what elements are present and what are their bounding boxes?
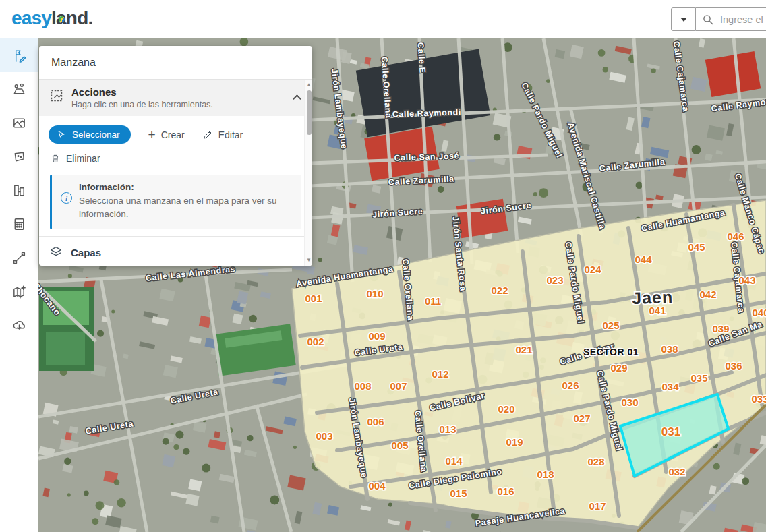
editar-button[interactable]: Editar xyxy=(202,129,243,140)
block-label-019[interactable]: 019 xyxy=(506,436,523,448)
tool-edit-features[interactable] xyxy=(0,38,38,72)
block-label-011[interactable]: 011 xyxy=(425,295,441,307)
sector-label: SECTOR 01 xyxy=(583,347,639,357)
block-label-031[interactable]: 031 xyxy=(661,425,680,438)
city-label: Jaen xyxy=(632,287,674,307)
scroll-thumb[interactable] xyxy=(307,90,312,135)
app-header: easyland. xyxy=(0,0,766,38)
tool-download[interactable] xyxy=(0,308,38,342)
scroll-down-arrow[interactable]: ▼ xyxy=(306,258,312,263)
block-label-022[interactable]: 022 xyxy=(491,285,508,296)
block-label-008[interactable]: 008 xyxy=(354,380,371,392)
cursor-icon xyxy=(57,129,67,140)
block-label-007[interactable]: 007 xyxy=(390,380,407,392)
manzana-panel: Manzana Acciones Haga clic en una de las… xyxy=(39,46,312,266)
actions-icon xyxy=(49,88,65,104)
panel-scroll-area: Acciones Haga clic en una de las herrami… xyxy=(39,80,312,266)
measure-line-icon xyxy=(11,250,27,266)
block-label-001[interactable]: 001 xyxy=(305,293,322,304)
block-label-042[interactable]: 042 xyxy=(699,289,716,300)
tool-calculator[interactable] xyxy=(0,207,38,241)
capas-title: Capas xyxy=(71,247,101,258)
block-label-018[interactable]: 018 xyxy=(537,469,554,480)
search-input[interactable] xyxy=(720,14,766,25)
basemap-image-icon xyxy=(11,115,27,131)
tool-parcel[interactable] xyxy=(0,140,38,173)
chevron-up-icon[interactable] xyxy=(293,94,301,103)
tool-measure[interactable] xyxy=(0,241,38,274)
pencil-icon xyxy=(202,129,213,140)
block-label-024[interactable]: 024 xyxy=(584,264,601,275)
block-label-036[interactable]: 036 xyxy=(725,360,742,372)
eliminar-button[interactable]: Eliminar xyxy=(50,153,100,164)
acciones-section-header[interactable]: Acciones Haga clic en una de las herrami… xyxy=(39,80,312,116)
pin-pencil-icon xyxy=(11,48,27,63)
globe-icon: a xyxy=(56,7,66,29)
block-label-026[interactable]: 026 xyxy=(562,380,579,391)
block-label-046[interactable]: 046 xyxy=(727,231,744,242)
seleccionar-button[interactable]: Seleccionar xyxy=(49,125,131,144)
block-label-027[interactable]: 027 xyxy=(573,413,590,424)
block-label-032[interactable]: 032 xyxy=(668,466,685,477)
easyland-logo: easyland. xyxy=(11,7,92,29)
block-label-034[interactable]: 034 xyxy=(661,381,679,392)
search-bar[interactable] xyxy=(696,7,766,31)
block-label-023[interactable]: 023 xyxy=(546,274,563,286)
block-label-013[interactable]: 013 xyxy=(439,423,456,435)
block-label-033[interactable]: 033 xyxy=(751,393,766,405)
tool-buildings[interactable] xyxy=(0,173,38,207)
block-label-043[interactable]: 043 xyxy=(738,274,755,286)
block-label-003[interactable]: 003 xyxy=(316,430,332,442)
block-label-014[interactable]: 014 xyxy=(445,455,463,467)
block-label-015[interactable]: 015 xyxy=(450,487,467,499)
toolbar-sidebar xyxy=(0,38,38,532)
block-label-028[interactable]: 028 xyxy=(587,456,604,467)
parcel-dots-icon xyxy=(11,149,27,165)
info-title: Información: xyxy=(79,182,292,192)
block-label-017[interactable]: 017 xyxy=(589,500,606,512)
crear-button[interactable]: + Crear xyxy=(148,129,185,140)
block-label-016[interactable]: 016 xyxy=(497,485,514,497)
scroll-up-arrow[interactable]: ▲ xyxy=(306,82,312,88)
block-label-030[interactable]: 030 xyxy=(621,396,638,408)
block-label-040[interactable]: 040 xyxy=(752,307,766,318)
info-box: i Información: Selecciona una manzana en… xyxy=(50,175,301,229)
block-label-004[interactable]: 004 xyxy=(368,480,386,492)
info-body: Selecciona una manzana en el mapa para v… xyxy=(79,194,281,220)
block-label-035[interactable]: 035 xyxy=(690,372,707,384)
info-icon: i xyxy=(61,192,72,204)
tool-add-map[interactable] xyxy=(0,274,38,308)
block-label-025[interactable]: 025 xyxy=(602,320,619,331)
survey-points-icon xyxy=(11,82,27,97)
block-label-010[interactable]: 010 xyxy=(366,288,383,299)
trash-icon xyxy=(50,153,61,164)
layers-icon xyxy=(49,245,63,260)
block-label-002[interactable]: 002 xyxy=(307,336,324,347)
block-label-009[interactable]: 009 xyxy=(368,330,385,342)
caret-down-icon xyxy=(680,18,687,22)
tool-survey[interactable] xyxy=(0,72,38,106)
block-label-039[interactable]: 039 xyxy=(712,323,729,334)
panel-scrollbar[interactable]: ▲ ▼ xyxy=(304,80,312,266)
acciones-subtitle: Haga clic en una de las herramientas. xyxy=(71,100,213,109)
block-label-038[interactable]: 038 xyxy=(661,343,678,355)
block-label-044[interactable]: 044 xyxy=(635,254,652,265)
cloud-download-icon xyxy=(11,318,27,333)
block-label-020[interactable]: 020 xyxy=(498,403,514,415)
buildings-icon xyxy=(11,183,27,198)
block-label-012[interactable]: 012 xyxy=(432,368,448,380)
block-label-005[interactable]: 005 xyxy=(391,440,408,451)
plus-icon: + xyxy=(148,130,156,140)
block-label-045[interactable]: 045 xyxy=(688,241,705,253)
block-label-029[interactable]: 029 xyxy=(610,362,627,374)
tool-basemap[interactable] xyxy=(0,106,38,140)
panel-title: Manzana xyxy=(39,46,312,80)
block-label-006[interactable]: 006 xyxy=(367,416,384,427)
search-icon xyxy=(703,14,713,25)
block-label-021[interactable]: 021 xyxy=(515,344,532,355)
search-category-dropdown[interactable] xyxy=(671,7,696,31)
acciones-title: Acciones xyxy=(71,86,213,98)
capas-section-header[interactable]: Capas xyxy=(39,237,312,266)
map-add-icon xyxy=(11,284,27,299)
easyland-app: Jirón LambayequeCalle OrellanaCalle ECal… xyxy=(0,0,766,532)
